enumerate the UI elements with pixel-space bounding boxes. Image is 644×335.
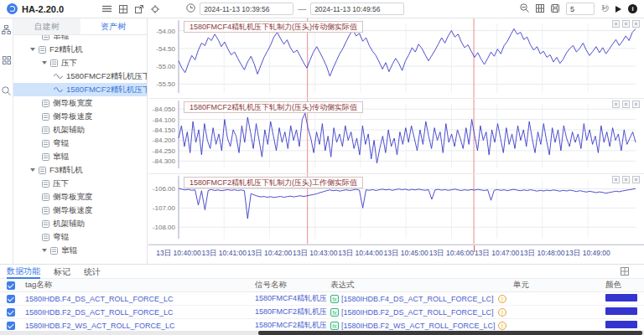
info-icon[interactable] xyxy=(628,4,637,13)
grid-icon[interactable] xyxy=(536,4,544,14)
folder-icon xyxy=(50,59,58,67)
warning-info-icon[interactable]: ! xyxy=(498,295,506,303)
settings-icon[interactable] xyxy=(151,5,159,13)
folder-icon xyxy=(42,220,49,228)
tree-item[interactable]: 1580FMCF2精轧机压下轧制力(压头)工作侧实际值 xyxy=(13,83,147,96)
bottom-panel: 数据功能 标记 统计 tag名称 信号名称 表达式 单元 颜色 1580IHDB… xyxy=(0,264,644,335)
tree-item[interactable]: 弯辊 xyxy=(13,137,147,150)
panel-grid-icon[interactable] xyxy=(621,267,629,277)
tree-item[interactable]: 侧导板宽度 xyxy=(13,96,147,110)
tree-item-label: 弯辊 xyxy=(53,232,69,243)
tree-item-label: 窜辊 xyxy=(53,152,69,162)
folder-icon xyxy=(42,140,49,147)
tag-name-cell[interactable]: 1580IHDB.F2_DS_ACT_ROLL_FORCE_LC xyxy=(22,308,252,317)
signal-wave-icon xyxy=(54,86,63,93)
header-unit: 单元 xyxy=(510,280,590,291)
tree-item[interactable]: 压下 xyxy=(13,56,147,70)
tab-asset-tree[interactable]: 资产树 xyxy=(80,18,148,34)
expand-arrow-icon[interactable] xyxy=(30,48,35,51)
expression-text: [1580IHDB.F4_DS_ACT_ROLL_FORCE_LC] xyxy=(341,295,496,303)
tree-item[interactable]: 1580FMCF2精轧机压下轧制力(压头)传动侧实际值 xyxy=(13,70,147,83)
expand-arrow-icon[interactable] xyxy=(42,61,47,64)
pane-restore-icon[interactable] xyxy=(622,20,630,28)
pane-expand-icon[interactable] xyxy=(632,20,640,28)
chart-pane-1[interactable]: -54.00-54.50-55.00-55.50 1580FMCF4精轧机压下轧… xyxy=(148,18,644,99)
layout-icon[interactable] xyxy=(119,5,127,13)
table-row[interactable]: 1580IHDB.F4_DS_ACT_ROLL_FORCE_LC 1580FMC… xyxy=(0,292,644,306)
color-swatch[interactable] xyxy=(605,307,637,315)
function-icon: fx xyxy=(330,308,339,317)
tab-marker[interactable]: 标记 xyxy=(54,265,70,278)
tab-custom-tree[interactable]: 自建树 xyxy=(13,18,80,34)
select-all-checkbox[interactable] xyxy=(7,281,15,290)
menu-icon[interactable] xyxy=(102,5,112,13)
tab-data-function[interactable]: 数据功能 xyxy=(7,265,40,279)
tree-item[interactable]: 机架辅助 xyxy=(13,123,147,137)
folder-icon xyxy=(42,35,49,40)
export-icon[interactable] xyxy=(135,5,143,13)
svg-text:-54.50: -54.50 xyxy=(156,45,175,53)
pane-expand-icon[interactable] xyxy=(632,176,640,183)
tag-name-cell[interactable]: 1580IHDB.F4_DS_ACT_ROLL_FORCE_LC xyxy=(22,295,252,303)
row-checkbox[interactable] xyxy=(7,295,15,303)
signal-name-cell: 1580FMCF2精轧机压下轧制力(压头)工作侧实际值 xyxy=(252,320,327,331)
search-icon[interactable] xyxy=(2,86,11,95)
expand-arrow-icon[interactable] xyxy=(42,249,47,252)
color-swatch[interactable] xyxy=(605,294,637,302)
row-checkbox[interactable] xyxy=(7,322,15,330)
chart-pane-2[interactable]: -84.050-84.100-84.150-84.200-84.250-84.3… xyxy=(148,99,644,174)
warning-info-icon[interactable]: ! xyxy=(498,308,506,317)
svg-text:-84.150: -84.150 xyxy=(153,126,176,134)
chart-pane-3[interactable]: -106.00-107.00-108.00 1580FMCF2精轧机压下轧制力(… xyxy=(148,174,644,245)
time-from-input[interactable] xyxy=(200,3,293,15)
color-swatch[interactable] xyxy=(605,321,637,328)
pane-expand-icon[interactable] xyxy=(632,100,640,108)
app-logo xyxy=(7,3,18,14)
tree-item[interactable]: 窜辊 xyxy=(13,150,147,163)
svg-text:-84.100: -84.100 xyxy=(153,116,176,124)
tree-item[interactable]: 侧导板速度 xyxy=(13,204,147,217)
pane-zoom-icon[interactable] xyxy=(612,176,620,183)
tree-item[interactable]: 窜辊 xyxy=(13,244,147,257)
svg-text:-84.050: -84.050 xyxy=(153,106,176,113)
tree-item-label: 弯辊 xyxy=(53,138,69,149)
expand-arrow-icon[interactable] xyxy=(30,168,35,172)
chart-2-toolbar xyxy=(612,100,640,108)
hierarchy-icon[interactable] xyxy=(2,25,11,34)
pane-restore-icon[interactable] xyxy=(622,100,630,108)
tree-item-label: 窜辊 xyxy=(53,35,69,42)
tree-item[interactable]: F2精轧机 xyxy=(13,43,147,56)
play-icon[interactable] xyxy=(615,6,621,13)
expression-cell: fx [1580IHDB.F2_DS_ACT_ROLL_FORCE_LC] ! xyxy=(327,308,510,317)
pane-zoom-icon[interactable] xyxy=(612,20,620,28)
tree-item-label: 侧导板宽度 xyxy=(53,192,93,203)
tree-item[interactable]: 机架辅助 xyxy=(13,217,147,230)
table-row[interactable]: 1580IHDB.F2_DS_ACT_ROLL_FORCE_LC 1580FMC… xyxy=(0,306,644,319)
horizontal-scrollbar[interactable] xyxy=(0,331,644,335)
tree-item[interactable]: F3精轧机 xyxy=(13,163,147,177)
tree-item[interactable]: 弯辊 xyxy=(13,230,147,244)
toolbar-right-group: 秒 xyxy=(520,3,637,15)
warning-info-icon[interactable]: ! xyxy=(498,322,506,330)
tree-item[interactable]: 侧导板速度 xyxy=(13,110,147,123)
zoom-out-icon[interactable] xyxy=(520,3,529,14)
tag-name-cell[interactable]: 1580IHDB.F2_WS_ACT_ROLL_FORCE_LC xyxy=(22,322,252,330)
chart-3-title: 1580FMCF2精轧机压下轧制力(压头)工作侧实际值 xyxy=(184,177,363,188)
tab-statistics[interactable]: 统计 xyxy=(84,265,101,278)
function-icon: fx xyxy=(330,322,339,330)
refresh-interval-input[interactable] xyxy=(566,3,595,15)
save-icon[interactable] xyxy=(551,4,559,14)
tree-item[interactable]: 窜辊 xyxy=(13,35,147,43)
tree-item[interactable]: 侧导板宽度 xyxy=(13,190,147,204)
table-header: tag名称 信号名称 表达式 单元 颜色 xyxy=(0,279,644,292)
signal-table-body: 1580IHDB.F4_DS_ACT_ROLL_FORCE_LC 1580FMC… xyxy=(0,292,644,332)
time-range-dash: — xyxy=(298,4,306,13)
pane-zoom-icon[interactable] xyxy=(612,100,620,108)
time-to-input[interactable] xyxy=(310,3,404,15)
tree-item[interactable]: 压下 xyxy=(13,177,147,190)
folder-icon xyxy=(42,100,49,107)
row-checkbox[interactable] xyxy=(7,308,15,317)
apps-grid-icon[interactable] xyxy=(3,56,11,64)
scrollbar-thumb[interactable] xyxy=(258,331,642,335)
pane-restore-icon[interactable] xyxy=(622,176,630,183)
